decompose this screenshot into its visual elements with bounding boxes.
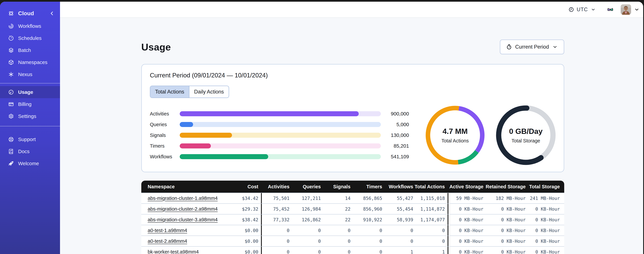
cell-queries: 0 (292, 247, 324, 254)
cell-workflows: 55,454 (385, 204, 416, 214)
cell-signals: 22 (324, 204, 353, 214)
workflows-icon (8, 23, 14, 29)
cell-namespace: abs-migration-cluster-3.a98mm4 (141, 214, 226, 225)
cell-workflows: 0 (385, 225, 416, 236)
bar-fill (180, 111, 359, 116)
sidebar-item-label: Support (18, 136, 36, 142)
sidebar: Cloud WorkflowsSchedulesBatchNamespacesN… (0, 2, 60, 254)
cell-queries: 0 (292, 225, 324, 236)
account-menu-chevron[interactable] (634, 7, 640, 12)
cell-activities: 75,452 (261, 204, 292, 214)
usage-bar-chart: Activities900,000Queries5,000Signals130,… (150, 108, 409, 162)
namespace-link[interactable]: a0-test-1.a98mm4 (148, 228, 187, 233)
namespace-link[interactable]: abs-migration-cluster-2.a98mm4 (148, 206, 218, 212)
namespace-link[interactable]: bk-worker-test.a98mm4 (148, 249, 199, 254)
cell-retained_storage: 0 KB-Hour (486, 247, 528, 254)
cell-queries: 126,862 (292, 214, 324, 225)
cell-namespace: bk-worker-test.a98mm4 (141, 247, 226, 254)
cell-signals: 14 (324, 193, 353, 204)
cell-timers: 0 (353, 236, 385, 246)
sidebar-item-label: Welcome (18, 161, 39, 166)
cell-total_actions: 1,174,077 (416, 214, 448, 225)
donut-caption: Total Actions (442, 138, 469, 144)
cell-retained_storage: 182 MB-Hour (486, 193, 528, 204)
nexus-icon (8, 71, 14, 78)
cell-active_storage: 59 MB-Hour (448, 193, 486, 204)
column-header-cost: Cost (226, 180, 261, 193)
billing-icon (8, 101, 14, 107)
cell-workflows: 55,427 (385, 193, 416, 204)
sidebar-collapse-button[interactable] (49, 10, 55, 16)
cell-cost: $0.00 (226, 247, 261, 254)
donut-value: 0 GB/Day (509, 127, 542, 136)
period-select-button[interactable]: Current Period (500, 40, 564, 54)
bar-value: 130,000 (381, 132, 409, 138)
bar-value: 85,201 (381, 143, 409, 149)
sidebar-item-workflows[interactable]: Workflows (0, 20, 60, 32)
sidebar-nav-account: UsageBillingSettings (0, 86, 60, 122)
sidebar-item-label: Usage (18, 89, 33, 95)
cell-total_storage: 0 KB-Hour (528, 225, 562, 236)
card-title: Current Period (09/01/2024 — 10/01/2024) (150, 72, 556, 79)
cell-cost: $29.32 (226, 204, 261, 214)
column-header-retained_storage: Retained Storage (486, 180, 528, 193)
bar-track (180, 122, 381, 127)
table-row: abs-migration-cluster-3.a98mm4$38.4277,3… (141, 214, 564, 225)
namespace-link[interactable]: a0-test-2.a98mm4 (148, 238, 187, 244)
user-avatar[interactable] (621, 4, 631, 15)
cell-active_storage: 0 KB-Hour (448, 204, 486, 214)
cell-activities: 0 (261, 247, 292, 254)
sidebar-nav-footer: SupportDocsWelcome (0, 129, 60, 170)
bar-row-activities: Activities900,000 (150, 108, 409, 119)
column-header-activities: Activities (261, 180, 292, 193)
bar-row-workflows: Workflows541,109 (150, 151, 409, 162)
cell-timers: 910,922 (353, 214, 385, 225)
namespace-link[interactable]: abs-migration-cluster-3.a98mm4 (148, 217, 218, 222)
sidebar-item-welcome[interactable]: Welcome (0, 158, 60, 170)
namespaces-icon (8, 59, 14, 65)
cell-total_storage: 0 KB-Hour (528, 204, 562, 214)
sidebar-item-batch[interactable]: Batch (0, 44, 60, 56)
column-header-signals: Signals (324, 180, 353, 193)
column-header-workflows: Workflows (385, 180, 416, 193)
cell-timers: 856,865 (353, 193, 385, 204)
sidebar-item-namespaces[interactable]: Namespaces (0, 56, 60, 68)
timezone-selector[interactable]: UTC (568, 6, 596, 12)
cell-retained_storage: 0 KB-Hour (486, 236, 528, 246)
table-row: abs-migration-cluster-2.a98mm4$29.3275,4… (141, 204, 564, 214)
sidebar-divider (0, 83, 60, 84)
sidebar-item-nexus[interactable]: Nexus (0, 68, 60, 80)
cell-namespace: abs-migration-cluster-1.a98mm4 (141, 193, 226, 204)
cell-signals: 0 (324, 236, 353, 246)
cell-active_storage: 0 KB-Hour (448, 214, 486, 225)
feedback-button[interactable] (607, 6, 613, 14)
sidebar-item-label: Billing (18, 101, 32, 107)
sidebar-item-schedules[interactable]: Schedules (0, 32, 60, 44)
cell-timers: 0 (353, 247, 385, 254)
bar-track (180, 144, 381, 148)
sidebar-item-docs[interactable]: Docs (0, 146, 60, 158)
cell-retained_storage: 0 KB-Hour (486, 225, 528, 236)
donut-value: 4.7 MM (442, 127, 468, 136)
cell-total_actions: 0 (416, 225, 448, 236)
sidebar-item-label: Batch (18, 48, 31, 53)
sidebar-item-settings[interactable]: Settings (0, 110, 60, 122)
bar-label: Queries (150, 122, 180, 127)
sidebar-item-billing[interactable]: Billing (0, 98, 60, 110)
sidebar-item-support[interactable]: Support (0, 133, 60, 146)
brand-row[interactable]: Cloud (0, 7, 60, 20)
cell-activities: 75,501 (261, 193, 292, 204)
column-header-timers: Timers (353, 180, 385, 193)
tab-total-actions[interactable]: Total Actions (150, 86, 190, 98)
bar-fill (180, 144, 211, 148)
namespace-link[interactable]: abs-migration-cluster-1.a98mm4 (148, 196, 218, 201)
tab-daily-actions[interactable]: Daily Actions (190, 86, 228, 98)
cell-cost: $38.42 (226, 214, 261, 225)
table-row: bk-worker-test.a98mm4$0.000000110 KB-Hou… (141, 246, 564, 254)
sidebar-item-label: Docs (18, 148, 30, 154)
cell-signals: 22 (324, 214, 353, 225)
cell-activities: 0 (261, 236, 292, 246)
bar-label: Signals (150, 132, 180, 138)
sidebar-item-usage[interactable]: Usage (0, 86, 60, 98)
column-header-total_storage: Total Storage (528, 180, 562, 193)
